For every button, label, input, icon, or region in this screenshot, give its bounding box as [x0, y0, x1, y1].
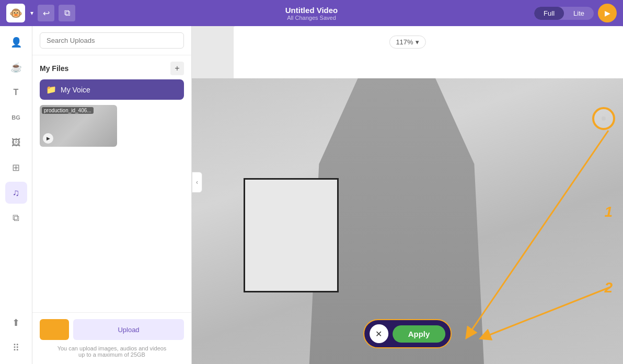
apply-button[interactable]: Apply: [393, 325, 446, 343]
annotation-number-2: 2: [604, 279, 613, 296]
sidebar-item-image[interactable]: 🖼: [5, 132, 27, 154]
sidebar-item-apps[interactable]: ⠿: [5, 337, 27, 359]
logo-chevron-icon: ▾: [30, 9, 33, 17]
zoom-chevron-icon: ▾: [416, 38, 419, 46]
mode-toggle[interactable]: Full Lite: [534, 7, 594, 20]
full-mode-button[interactable]: Full: [534, 7, 564, 20]
project-title: Untitled Video: [285, 6, 338, 15]
app-logo[interactable]: 🐵: [6, 4, 25, 22]
undo-button[interactable]: ↩: [38, 5, 54, 21]
files-title: My Files: [40, 64, 68, 73]
file-thumbnail[interactable]: production_id_406... ▶: [40, 105, 117, 147]
panel-files-header: My Files +: [32, 55, 191, 79]
sidebar-item-bg[interactable]: BG: [5, 107, 27, 128]
uploads-panel: My Files + 📁 My Voice production_id_406.…: [32, 26, 192, 364]
my-voice-item[interactable]: 📁 My Voice: [40, 79, 184, 100]
zoom-level: 117%: [396, 38, 413, 46]
file-play-icon[interactable]: ▶: [43, 133, 53, 144]
panel-search-area: [32, 26, 191, 55]
sidebar-bottom: ⬆ ⠿: [5, 312, 27, 359]
upload-note: You can upload images, audios and videos…: [40, 345, 184, 358]
annotation-1-circle-area: [592, 107, 615, 130]
circle-dot: [602, 116, 606, 121]
redo-button[interactable]: ⧉: [59, 5, 75, 21]
panel-bottom: Upload You can upload images, audios and…: [32, 312, 191, 364]
search-input[interactable]: [40, 32, 184, 49]
sidebar-item-layers[interactable]: ⧉: [5, 207, 27, 229]
upload-thumbnail-button[interactable]: [40, 319, 69, 340]
zoom-control[interactable]: 117% ▾: [389, 36, 425, 49]
panel-collapse-button[interactable]: ‹: [192, 172, 202, 193]
cancel-icon: ✕: [375, 329, 382, 339]
upload-btn-area: Upload: [40, 319, 184, 340]
sidebar-item-music[interactable]: ♫: [5, 182, 27, 204]
header-center: Untitled Video All Changes Saved: [285, 6, 338, 21]
my-voice-label: My Voice: [61, 86, 90, 94]
add-file-button[interactable]: +: [170, 62, 184, 75]
header-right: Full Lite ▶: [534, 4, 617, 22]
canvas-slide-top: [234, 26, 623, 78]
app-header: 🐵 ▾ ↩ ⧉ Untitled Video All Changes Saved…: [0, 0, 623, 26]
upload-main-button[interactable]: Upload: [73, 319, 184, 340]
action-bar: ✕ Apply: [363, 319, 452, 348]
left-sidebar: 👤 ☕ T BG 🖼 ⊞ ♫ ⧉ ⬆ ⠿: [0, 26, 32, 364]
play-button[interactable]: ▶: [598, 4, 617, 22]
frame-on-wall: [244, 178, 339, 292]
sidebar-item-grid[interactable]: ⊞: [5, 157, 27, 179]
file-label: production_id_406...: [42, 107, 94, 114]
sidebar-item-coffee[interactable]: ☕: [5, 56, 27, 78]
sidebar-item-user[interactable]: 👤: [5, 31, 27, 53]
sidebar-item-upload[interactable]: ⬆: [5, 312, 27, 334]
canvas-area: 117% ▾ ✕ Apply 1 2: [192, 26, 623, 364]
sidebar-item-text[interactable]: T: [5, 81, 27, 103]
folder-icon: 📁: [46, 85, 56, 95]
annotation-number-1: 1: [604, 204, 613, 220]
cancel-button[interactable]: ✕: [370, 324, 388, 343]
save-status: All Changes Saved: [285, 15, 338, 21]
lite-mode-button[interactable]: Lite: [564, 7, 594, 20]
panel-files-list: production_id_406... ▶: [32, 105, 191, 312]
header-left: 🐵 ▾ ↩ ⧉: [6, 4, 75, 22]
